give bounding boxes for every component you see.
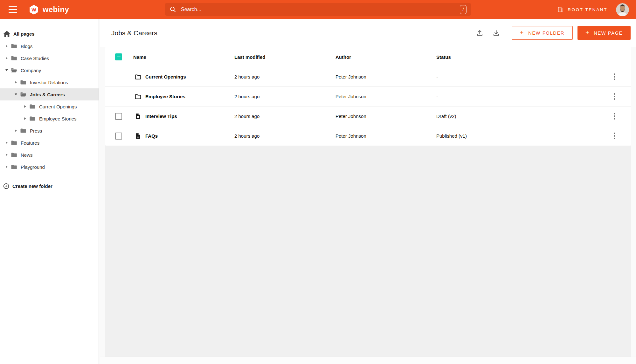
column-header-last-modified[interactable]: Last modified	[234, 54, 335, 60]
top-bar: W webiny / ROOT TENANT	[0, 0, 636, 19]
home-icon	[3, 31, 10, 37]
webiny-hexagon-icon: W	[29, 4, 39, 15]
row-checkbox[interactable]	[115, 113, 122, 120]
import-upload-button[interactable]	[474, 27, 486, 39]
page-document-icon	[135, 133, 142, 140]
sidebar-item-case-studies[interactable]: Case Studies	[0, 52, 99, 64]
row-name[interactable]: Interview Tips	[145, 113, 177, 119]
column-header-name[interactable]: Name	[133, 54, 234, 60]
tenant-label: ROOT TENANT	[568, 7, 607, 12]
row-author: Peter Johnson	[335, 74, 436, 79]
svg-text:W: W	[31, 7, 36, 12]
footer-strip	[100, 357, 636, 364]
folder-icon	[11, 43, 17, 49]
user-avatar[interactable]	[616, 3, 629, 16]
brand-logo[interactable]: W webiny	[29, 4, 69, 15]
kebab-menu-icon[interactable]	[612, 131, 618, 141]
sidebar-item-jobs-careers[interactable]: Jobs & Careers	[0, 88, 99, 100]
sidebar-item-news[interactable]: News	[0, 149, 99, 161]
table-row[interactable]: Current Openings 2 hours ago Peter Johns…	[105, 67, 631, 86]
upload-icon	[476, 29, 483, 37]
chevron-right-icon[interactable]	[14, 129, 17, 133]
table-row[interactable]: FAQs 2 hours ago Peter Johnson Published…	[105, 126, 631, 146]
row-checkbox[interactable]	[115, 133, 122, 140]
chevron-right-icon[interactable]	[5, 141, 8, 145]
sidebar-item-all-pages[interactable]: All pages	[0, 28, 99, 40]
content-area: Name Last modified Author Status Current…	[100, 47, 636, 364]
chevron-right-icon[interactable]	[24, 117, 27, 120]
page-title: Jobs & Careers	[111, 29, 157, 37]
chevron-right-icon[interactable]	[5, 153, 8, 157]
column-header-status[interactable]: Status	[436, 54, 598, 60]
sidebar-item-employee-stories[interactable]: Employee Stories	[0, 113, 99, 125]
export-download-button[interactable]	[491, 27, 502, 39]
row-status: -	[436, 94, 598, 99]
folder-icon	[11, 164, 17, 170]
table-row[interactable]: Interview Tips 2 hours ago Peter Johnson…	[105, 106, 631, 126]
row-name[interactable]: Current Openings	[145, 74, 186, 79]
tenant-selector[interactable]: ROOT TENANT	[557, 6, 607, 13]
row-last-modified: 2 hours ago	[234, 133, 335, 139]
folder-open-icon	[11, 67, 17, 73]
row-status: -	[436, 74, 598, 79]
column-header-author[interactable]: Author	[335, 54, 436, 60]
search-input[interactable]	[180, 6, 460, 13]
folder-tree: Blogs Case Studies Company Investor Rela…	[0, 40, 99, 173]
chevron-right-icon[interactable]	[5, 56, 8, 60]
topbar-right: ROOT TENANT	[557, 0, 629, 19]
page-document-icon	[135, 113, 142, 120]
folder-icon	[29, 103, 36, 110]
tenant-building-icon	[557, 6, 564, 13]
sidebar-item-current-openings[interactable]: Current Openings	[0, 100, 99, 113]
folder-outline-icon	[135, 93, 142, 100]
chevron-down-icon[interactable]	[14, 93, 17, 96]
sidebar-item-playground[interactable]: Playground	[0, 161, 99, 173]
brand-wordmark: webiny	[43, 5, 69, 14]
chevron-down-icon[interactable]	[5, 68, 8, 72]
row-last-modified: 2 hours ago	[234, 113, 335, 119]
folder-icon	[11, 55, 17, 61]
folder-sidebar: All pages Blogs Case Studies Company	[0, 19, 99, 364]
chevron-right-icon[interactable]	[5, 44, 8, 48]
sidebar-item-investor-relations[interactable]: Investor Relations	[0, 76, 99, 88]
row-author: Peter Johnson	[335, 94, 436, 99]
kebab-menu-icon[interactable]	[612, 72, 618, 82]
search-bar[interactable]: /	[165, 3, 471, 16]
table-panel: Name Last modified Author Status Current…	[105, 47, 631, 357]
sidebar-item-blogs[interactable]: Blogs	[0, 40, 99, 52]
folder-icon	[11, 140, 17, 146]
row-last-modified: 2 hours ago	[234, 74, 335, 79]
download-icon	[493, 29, 500, 37]
row-name[interactable]: Employee Stories	[145, 94, 185, 99]
new-folder-button[interactable]: + NEW FOLDER	[512, 26, 573, 40]
row-status: Draft (v2)	[436, 113, 598, 119]
chevron-right-icon[interactable]	[14, 80, 17, 84]
sidebar-item-features[interactable]: Features	[0, 137, 99, 149]
search-icon	[169, 6, 176, 13]
row-author: Peter Johnson	[335, 113, 436, 119]
folder-icon	[11, 152, 17, 158]
select-all-checkbox[interactable]	[115, 53, 122, 60]
plus-icon: +	[520, 29, 524, 36]
new-page-button[interactable]: + NEW PAGE	[577, 26, 631, 40]
webiny-app: W webiny / ROOT TENANT	[0, 0, 636, 364]
header-actions: + NEW FOLDER + NEW PAGE	[474, 26, 631, 40]
chevron-right-icon[interactable]	[24, 105, 27, 108]
plus-icon: +	[585, 29, 590, 36]
folder-icon	[20, 79, 26, 86]
hamburger-menu-icon[interactable]	[8, 5, 18, 14]
pages-table: Name Last modified Author Status Current…	[105, 47, 631, 146]
table-row[interactable]: Employee Stories 2 hours ago Peter Johns…	[105, 86, 631, 106]
table-header-row: Name Last modified Author Status	[105, 47, 631, 67]
sidebar-item-company[interactable]: Company	[0, 64, 99, 76]
folder-icon	[29, 115, 36, 122]
folder-open-icon	[20, 91, 26, 98]
kebab-menu-icon[interactable]	[612, 111, 618, 121]
chevron-right-icon[interactable]	[5, 165, 8, 169]
row-name[interactable]: FAQs	[145, 133, 158, 139]
kebab-menu-icon[interactable]	[612, 91, 618, 102]
table-body: Current Openings 2 hours ago Peter Johns…	[105, 67, 631, 146]
create-new-folder-button[interactable]: Create new folder	[0, 180, 99, 192]
sidebar-item-press[interactable]: Press	[0, 125, 99, 137]
plus-circle-icon	[3, 183, 9, 189]
